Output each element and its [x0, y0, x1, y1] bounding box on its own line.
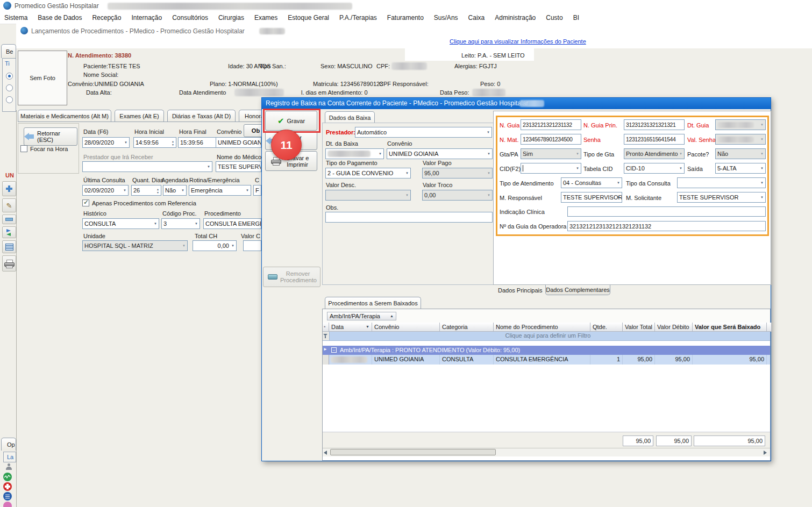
tab-dados-complementares[interactable]: Dados Complementares: [545, 285, 610, 295]
val-senha-field[interactable]: [715, 134, 766, 145]
gta-pa-field[interactable]: Sim: [521, 148, 581, 159]
menu-base-de-dados[interactable]: Base de Dados: [38, 14, 82, 22]
menu-cirurgias[interactable]: Cirurgias: [218, 14, 244, 22]
tab-diarias-taxas[interactable]: Diárias e Taxas (Alt D): [167, 110, 236, 122]
filter-row[interactable]: Clique aqui para definir um Filtro: [323, 332, 770, 341]
dt-baixa-field[interactable]: [325, 148, 384, 159]
menu-administracao[interactable]: Administração: [495, 14, 536, 22]
sidebar-emergency-item[interactable]: [3, 482, 12, 492]
prestador-recebedor-field[interactable]: [82, 161, 212, 172]
col-header-valor-total[interactable]: Valor Total: [623, 323, 655, 332]
sidebar-tab-be[interactable]: Be: [1, 44, 16, 58]
menu-pa-terapias[interactable]: P.A./Terapias: [339, 14, 377, 22]
col-header-nome-procedimento[interactable]: Nome do Procedimento: [494, 323, 590, 332]
m-solicitante-field[interactable]: TESTE SUPERVISOR: [677, 192, 766, 203]
tab-exames[interactable]: Exames (Alt E): [115, 110, 164, 122]
sidebar-table-item[interactable]: [3, 492, 12, 501]
pacote-field[interactable]: Não: [715, 148, 766, 159]
col-header-valor-debito[interactable]: Valor Débito: [655, 323, 693, 332]
sidebar-pink-item[interactable]: [3, 502, 12, 507]
n-guia-prin-field[interactable]: 31231231321321321: [624, 119, 685, 130]
tipo-consulta-field[interactable]: [677, 177, 766, 188]
n-guia-field[interactable]: 23132121321231132: [521, 119, 581, 130]
hora-final-field[interactable]: 15:39:56: [178, 137, 221, 148]
valor-c-field[interactable]: [243, 240, 261, 251]
group-collapse-box[interactable]: −: [331, 347, 337, 353]
print-button[interactable]: [2, 255, 16, 272]
historico-field[interactable]: CONSULTA: [82, 218, 159, 229]
grid-view-button[interactable]: [2, 240, 16, 253]
retornar-esc-button[interactable]: Retornar (ESC): [24, 127, 77, 146]
focar-na-hora-checkbox[interactable]: [20, 145, 27, 152]
hora-inicial-field[interactable]: 14:59:56: [133, 137, 176, 148]
menu-internacao[interactable]: Internação: [131, 14, 162, 22]
quant-dias-field[interactable]: 26: [131, 185, 161, 196]
sidebar-tab-op[interactable]: Op: [1, 438, 16, 451]
saida-field[interactable]: 5-ALTA: [715, 163, 766, 174]
tab-materiais-medicamentos[interactable]: Materiais e Medicamentos (Alt M): [18, 110, 111, 122]
menu-consultorios[interactable]: Consultórios: [172, 14, 208, 22]
extra-field-fragment[interactable]: F: [253, 185, 261, 196]
convenio-baixa-field[interactable]: UNIMED GOIANIA: [387, 148, 493, 159]
apenas-referencia-checkbox[interactable]: [82, 199, 89, 206]
data-f6-field[interactable]: 28/09/2020: [82, 137, 130, 148]
group-row[interactable]: ► − Amb/Int/PA/Terapia : PRONTO ATENDIME…: [323, 346, 770, 355]
tab-procedimentos-baixados[interactable]: Procedimentos a Serem Baixados: [325, 297, 421, 309]
tipo-pagamento-field[interactable]: 2 - GUIA DE CONVENIO: [325, 168, 411, 178]
sidebar-la-box[interactable]: La: [3, 452, 16, 462]
transfer-button[interactable]: [2, 226, 16, 238]
rotina-emergencia-field[interactable]: Emergência: [189, 185, 251, 196]
scroll-right-button[interactable]: [764, 451, 767, 455]
senha-field[interactable]: 12312316515641544: [624, 134, 685, 145]
menu-sus-ans[interactable]: Sus/Ans: [434, 14, 458, 22]
scroll-left-button[interactable]: [324, 451, 327, 455]
sidebar-radio-2[interactable]: [6, 84, 13, 91]
indicacao-clinica-field[interactable]: [567, 206, 766, 217]
menu-estoque-geral[interactable]: Estoque Geral: [288, 14, 329, 22]
col-header-qtde[interactable]: Qtde.: [590, 323, 623, 332]
prestador-field[interactable]: Automático: [355, 127, 492, 138]
menu-exames[interactable]: Exames: [254, 14, 277, 22]
sidebar-person-item[interactable]: [5, 463, 12, 472]
tipo-gta-field[interactable]: Pronto Atendimento: [624, 148, 685, 159]
obs-field[interactable]: [325, 212, 493, 223]
tab-dados-principais[interactable]: Dados Principais: [498, 287, 543, 294]
dt-guia-field[interactable]: [715, 119, 766, 130]
convenio-form-field[interactable]: UNIMED GOIANIA: [216, 137, 261, 148]
ultima-consulta-field[interactable]: 02/09/2020: [82, 185, 129, 196]
codigo-proc-field[interactable]: 3: [161, 218, 200, 229]
dialog-titlebar[interactable]: Registro de Baixa na Conta Corrente do P…: [262, 98, 771, 109]
menu-caixa[interactable]: Caixa: [468, 14, 485, 22]
menu-recepcao[interactable]: Recepção: [92, 14, 121, 22]
table-row[interactable]: UNIMED GOIANIA CONSULTA CONSULTA EMERGÊN…: [323, 355, 770, 365]
nome-medico-field[interactable]: TESTE SUPERVISOR: [216, 161, 261, 172]
guia-operadora-field[interactable]: 3213212123132121321231132: [567, 221, 766, 231]
valor-desc-field[interactable]: [325, 190, 411, 201]
menu-bi[interactable]: BI: [573, 14, 579, 22]
sidebar-vitals-item[interactable]: [3, 473, 12, 481]
remove-button[interactable]: [2, 215, 16, 224]
group-band-box[interactable]: Amb/Int/PA/Terapia ▲: [327, 312, 396, 320]
col-header-categoria[interactable]: Categoria: [440, 323, 494, 332]
m-responsavel-field[interactable]: TESTE SUPERVISOR: [561, 192, 622, 203]
total-ch-field[interactable]: 0,00: [193, 240, 237, 251]
sidebar-radio-3[interactable]: [6, 96, 13, 103]
col-header-valor-baixado[interactable]: Valor que Será Baixado: [693, 323, 767, 332]
sidebar-radio-1[interactable]: [6, 73, 13, 80]
cid-field[interactable]: [521, 163, 581, 174]
tabela-cid-field[interactable]: CID-10: [624, 163, 685, 174]
remover-procedimento-button[interactable]: Remover Procedimento: [263, 267, 320, 287]
tab-dados-da-baixa[interactable]: Dados da Baixa: [325, 111, 375, 123]
menu-sistema[interactable]: Sistema: [4, 14, 27, 22]
patient-info-link[interactable]: Clique aqui para visualizar Informações …: [450, 38, 586, 45]
edit-button[interactable]: ✎: [2, 198, 16, 212]
menu-custo[interactable]: Custo: [546, 14, 562, 22]
add-button[interactable]: [2, 181, 16, 196]
procedimento-field[interactable]: CONSULTA EMERGÊNCIA: [203, 218, 261, 229]
tipo-atendimento-field[interactable]: 04 - Consultas: [561, 177, 622, 188]
n-mat-field[interactable]: 12345678901234500: [521, 134, 581, 145]
grid-hscrollbar[interactable]: [323, 448, 770, 456]
col-header-convenio[interactable]: Convênio: [372, 323, 440, 332]
menu-faturamento[interactable]: Faturamento: [387, 14, 424, 22]
valor-troco-field[interactable]: 0,00: [422, 190, 493, 201]
